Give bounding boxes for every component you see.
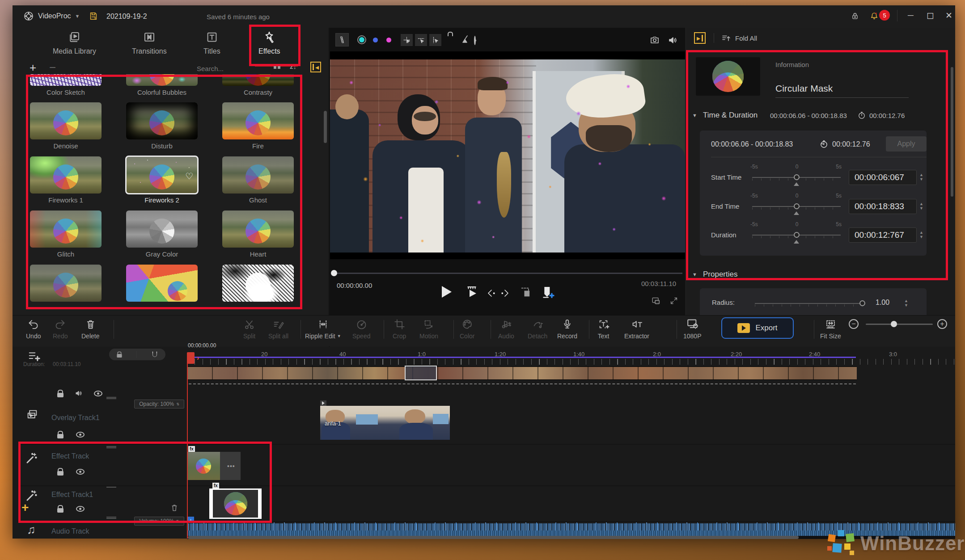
duration-slider-handle[interactable]	[794, 232, 800, 238]
snap-cursor-icon[interactable]	[401, 34, 413, 46]
tab-effects[interactable]: Effects	[258, 30, 280, 55]
preview-playhead[interactable]	[331, 270, 337, 276]
favorite-heart-icon[interactable]: ♡	[185, 171, 193, 181]
remove-effect-button[interactable]: −	[49, 63, 56, 72]
visibility-eye-icon[interactable]	[76, 506, 85, 512]
properties-section-label[interactable]: Properties	[703, 270, 737, 279]
color-button[interactable]: Color	[460, 318, 474, 340]
add-marker-button[interactable]	[540, 285, 554, 299]
undo-button[interactable]: Undo	[26, 318, 41, 340]
next-frame-button[interactable]	[500, 288, 511, 299]
add-effect-button[interactable]: +	[30, 63, 36, 72]
lock-icon[interactable]	[57, 393, 63, 397]
record-button[interactable]: Record	[557, 318, 577, 340]
effect-item[interactable]	[222, 265, 294, 304]
track-drag-handle[interactable]	[106, 446, 116, 448]
add-effect-track-button[interactable]: +	[21, 502, 29, 513]
start-time-slider-handle[interactable]	[794, 174, 800, 180]
end-time-value[interactable]: 00:00:18:833	[849, 199, 917, 214]
effect-item-gray-color[interactable]: Gray Color	[126, 211, 198, 258]
radius-slider[interactable]	[755, 303, 864, 304]
export-button[interactable]: Export	[721, 317, 794, 339]
effect-track1-clip-selected[interactable]	[209, 488, 262, 519]
effect-item-fireworks-1[interactable]: Fireworks 1	[30, 156, 102, 204]
sort-icon[interactable]: z↓	[290, 63, 296, 70]
license-lock-icon[interactable]	[851, 12, 859, 21]
save-icon[interactable]	[89, 11, 98, 21]
delete-button[interactable]: Delete	[81, 318, 99, 340]
effect-item-glitch[interactable]: Glitch	[30, 211, 102, 258]
tab-media-library[interactable]: Media Library	[53, 30, 96, 55]
pip-preview-icon[interactable]	[651, 296, 661, 306]
effect-item-ghost[interactable]: Ghost	[222, 156, 294, 204]
clip-trim-handle-right[interactable]	[260, 494, 261, 514]
overlay-track-name[interactable]: Overlay Track1	[51, 414, 100, 422]
preview-progress-bar[interactable]	[333, 273, 682, 274]
overlay-clip[interactable]: arifa-1	[320, 406, 450, 440]
effect-item-colorful-bubbles[interactable]: Colorful Bubbles	[126, 74, 198, 96]
section-collapse-arrow[interactable]: ▼	[692, 113, 697, 118]
extractor-button[interactable]: Extractor	[624, 318, 649, 340]
effect-name[interactable]: Circular Mask	[775, 83, 833, 94]
end-time-spinner[interactable]: ▲▼	[919, 202, 923, 210]
visibility-eye-icon[interactable]	[76, 469, 85, 475]
visibility-eye-icon[interactable]	[94, 391, 102, 396]
track-drag-handle[interactable]	[106, 397, 116, 399]
tab-transitions[interactable]: Transitions	[132, 30, 167, 55]
maximize-button[interactable]: ◻	[927, 10, 934, 21]
timeline-hscrollbar-thumb[interactable]	[188, 536, 799, 539]
effect-item-color-sketch[interactable]: Color Sketch	[30, 74, 102, 96]
timeline-zoom-handle[interactable]	[891, 321, 897, 327]
timeline-lock-icon[interactable]	[117, 354, 122, 358]
preview-visibility-eye-icon[interactable]	[474, 37, 476, 45]
minimize-button[interactable]: ─	[908, 11, 914, 20]
cleanup-broom-icon[interactable]	[461, 34, 471, 45]
motion-button[interactable]: Motion	[419, 318, 438, 340]
effect-item-denoise[interactable]: Denoise	[30, 102, 102, 150]
mask-magenta-toggle[interactable]	[386, 38, 391, 42]
effect-item-contrasty[interactable]: Contrasty	[222, 74, 294, 96]
ruler-tool-icon[interactable]	[335, 33, 349, 46]
effects-scrollbar[interactable]	[324, 111, 327, 143]
track-drag-handle[interactable]	[106, 517, 116, 519]
close-button[interactable]: ✕	[945, 10, 952, 21]
detach-button[interactable]: Detach	[528, 318, 547, 340]
clip-trim-handle-left[interactable]	[210, 494, 211, 514]
dashed-select-cursor-icon[interactable]	[415, 34, 427, 46]
lock-icon[interactable]	[57, 471, 63, 476]
play-from-start-button[interactable]	[465, 284, 478, 299]
visibility-eye-icon[interactable]	[76, 432, 85, 438]
crop-button[interactable]: Crop	[393, 318, 406, 340]
collapse-panel-icon[interactable]: ◂	[310, 62, 321, 72]
effect-item-fireworks-2-selected[interactable]: ♡ Fireworks 2	[126, 156, 198, 204]
end-time-slider-handle[interactable]	[794, 203, 800, 209]
split-all-button[interactable]: Split all	[268, 318, 288, 340]
video-track-filmstrip[interactable]	[187, 366, 857, 380]
properties-collapse-arrow[interactable]: ▼	[692, 272, 697, 277]
mask-cyan-toggle[interactable]	[357, 35, 366, 44]
audio-button[interactable]: Audio	[498, 318, 514, 340]
preview-volume-icon[interactable]	[667, 35, 678, 46]
mute-speaker-icon[interactable]	[74, 389, 83, 398]
effect-item-fire[interactable]: Fire	[222, 102, 294, 150]
effect-item[interactable]	[30, 265, 102, 304]
duration-value[interactable]: 00:00:12:767	[849, 227, 917, 243]
video-frame[interactable]	[330, 51, 685, 259]
expand-panel-icon[interactable]: ▸	[694, 32, 706, 44]
effect-track1-name[interactable]: Effect Track1	[51, 491, 93, 499]
speed-button[interactable]: Speed	[352, 318, 370, 340]
time-duration-section-label[interactable]: Time & Duration	[703, 111, 758, 120]
playhead-marker[interactable]	[187, 352, 195, 364]
effect-track-clip[interactable]: •••	[187, 452, 241, 480]
app-logo[interactable]: VideoProc ▼	[23, 11, 80, 21]
audio-track-name[interactable]: Audio Track	[51, 527, 89, 535]
effect-track-name[interactable]: Effect Track	[51, 452, 89, 460]
radius-value[interactable]: 1.00	[876, 299, 889, 307]
previous-frame-button[interactable]	[486, 288, 496, 299]
timeline-zoom-slider[interactable]	[866, 324, 933, 325]
magnet-snap-icon[interactable]	[151, 350, 159, 358]
split-button[interactable]: Split	[243, 318, 255, 340]
project-name[interactable]: 202109-19-2	[106, 13, 147, 21]
inspector-scrollbar[interactable]	[951, 67, 953, 197]
ripple-edit-button[interactable]: Ripple Edit▼	[305, 318, 341, 340]
